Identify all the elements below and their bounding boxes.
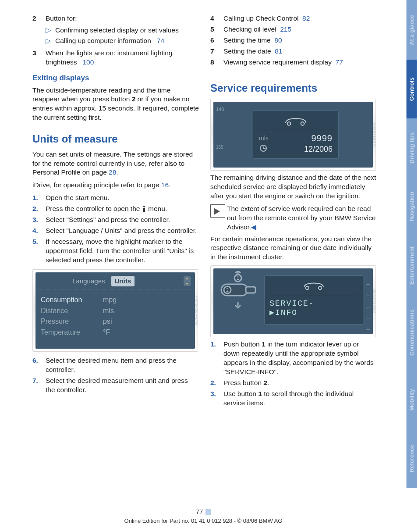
step-item: 1.Open the start menu. xyxy=(32,193,199,203)
step-item: 5.If necessary, move the highlight marke… xyxy=(32,237,199,265)
car-icon xyxy=(301,281,326,290)
item-text: When the lights are on: instrument light… xyxy=(46,49,173,66)
tab-mobility[interactable]: Mobility xyxy=(407,370,417,429)
image-code-label: M0A3410GM xyxy=(370,104,376,166)
heading-service-requirements: Service requirements xyxy=(210,81,377,95)
step-number: 6. xyxy=(32,356,41,375)
tab-driving-tips[interactable]: Driving tips xyxy=(407,118,417,177)
steps-list: 1.Open the start menu. 2.Press the contr… xyxy=(32,193,199,264)
clock-icon xyxy=(260,145,267,152)
text: . xyxy=(169,181,170,189)
tab-entertainment[interactable]: Entertainment xyxy=(407,236,417,295)
page-ref-link[interactable]: 28 xyxy=(109,168,116,176)
page-footer: 77 Online Edition for Part no. 01 41 0 0… xyxy=(0,507,407,525)
step-text: Push button 1 in the turn indicator leve… xyxy=(223,340,377,377)
svg-point-8 xyxy=(306,286,309,289)
svg-text:1: 1 xyxy=(237,276,239,281)
step-item: 3.Select "Settings" and press the contro… xyxy=(32,215,199,225)
service-box: mls 9999 12/2006 xyxy=(253,111,339,159)
note-block: The extent of service work required can … xyxy=(210,204,377,232)
date-value: 12/2006 xyxy=(304,144,333,154)
page-ref-link[interactable]: 74 xyxy=(157,37,164,44)
page-number: 77 xyxy=(196,507,203,516)
text: iDrive, for operating principle refer to… xyxy=(32,181,161,189)
service-display-screenshot: 140 160 mls 9999 12/2006 xyxy=(210,99,376,171)
bold-ref: 2 xyxy=(132,95,136,103)
item-body: Button for: ▷ Confirming selected displa… xyxy=(46,14,179,47)
item-body: Setting the date 81 xyxy=(223,47,282,56)
page: At a glance Controls Driving tips Naviga… xyxy=(0,0,418,532)
info-icon xyxy=(142,206,146,212)
svg-point-1 xyxy=(301,122,305,125)
step-number: 5. xyxy=(32,237,41,265)
t: Push button xyxy=(223,340,262,348)
item-body: Viewing service requirement display 77 xyxy=(223,58,343,67)
divider xyxy=(269,295,359,295)
step-number: 4. xyxy=(32,226,41,236)
step-item: 6.Select the desired menu item and press… xyxy=(32,356,199,375)
service-info-text: SERVICE- ▶INFO xyxy=(269,299,314,317)
page-ref-link[interactable]: 100 xyxy=(82,58,94,66)
page-ref-link[interactable]: 81 xyxy=(275,47,282,55)
gauge-scale xyxy=(366,273,370,330)
step-number: 3. xyxy=(210,389,219,408)
units-row: Temperature °F xyxy=(41,328,190,337)
item-label: Button for: xyxy=(46,14,77,22)
paragraph: The remaining driving distance and the d… xyxy=(210,173,377,201)
bullet-label: Calling up computer information xyxy=(55,37,151,44)
step-number: 2. xyxy=(210,378,219,388)
item-text: Setting the date xyxy=(223,47,271,55)
page-ref-link[interactable]: 82 xyxy=(302,14,310,22)
note-text: The extent of service work required can … xyxy=(227,205,375,231)
row-key: Pressure xyxy=(41,317,97,326)
list-item: 2 Button for: ▷ Confirming selected disp… xyxy=(32,14,199,47)
page-ref-link[interactable]: 77 xyxy=(336,58,343,66)
steps-list-service: 1. Push button 1 in the turn indicator l… xyxy=(210,340,377,407)
list-controls-right: 4Calling up Check Control 82 5Checking o… xyxy=(210,14,377,67)
bold-ref: 2 xyxy=(263,379,267,386)
row-key: Temperature xyxy=(41,328,97,337)
step-item: 3. Use button 1 to scroll through the in… xyxy=(210,389,377,408)
unit-label: mls xyxy=(259,134,269,143)
step-text: Press the controller to open the menu. xyxy=(46,204,167,214)
heading-exiting-displays: Exiting displays xyxy=(32,73,199,83)
tab-controls[interactable]: Controls xyxy=(407,60,417,118)
list-item: 7Setting the date 81 xyxy=(210,47,377,56)
t: Press button xyxy=(223,379,263,386)
step-text: If necessary, move the highlight marker … xyxy=(46,237,199,265)
tab-languages: Languages xyxy=(69,276,108,286)
service-info-box: SERVICE- ▶INFO xyxy=(264,275,363,325)
page-number-row: 77 xyxy=(0,507,407,516)
bold-ref: 1 xyxy=(258,390,262,397)
step-item: 2.Press the controller to open the menu. xyxy=(32,204,199,214)
item-number: 2 xyxy=(32,14,41,47)
item-body: Calling up Check Control 82 xyxy=(223,14,310,23)
bullet-text: Calling up computer information 74 xyxy=(55,36,164,46)
step-number: 7. xyxy=(32,376,41,395)
section-tabs: At a glance Controls Driving tips Naviga… xyxy=(407,0,418,532)
bullet-text: Confirming selected display or set value… xyxy=(55,26,179,35)
item-body: Setting the time 80 xyxy=(223,36,282,45)
list-controls-left: 2 Button for: ▷ Confirming selected disp… xyxy=(32,14,199,67)
page-ref-link[interactable]: 215 xyxy=(280,25,291,33)
tab-reference[interactable]: Reference xyxy=(407,429,417,488)
units-row: Pressure psi xyxy=(41,317,190,326)
item-number: 3 xyxy=(32,49,41,67)
svg-text:2: 2 xyxy=(226,288,229,293)
tab-communications[interactable]: Communications xyxy=(407,295,417,370)
row-value: °F xyxy=(103,328,110,337)
units-row: Consumption mpg xyxy=(41,295,190,305)
divider xyxy=(257,130,334,130)
list-item: 5Checking oil level 215 xyxy=(210,25,377,34)
page-ref-link[interactable]: 80 xyxy=(274,36,282,44)
item-number: 7 xyxy=(210,47,219,56)
step-text: Use button 1 to scroll through the indiv… xyxy=(223,389,377,408)
distance-value: 9999 xyxy=(312,132,333,144)
page-ref-link[interactable]: 16 xyxy=(161,181,169,189)
tab-navigation[interactable]: Navigation xyxy=(407,177,417,236)
item-body: When the lights are on: instrument light… xyxy=(46,49,199,67)
units-tabs: Languages Units xyxy=(35,272,195,289)
step-number: 1. xyxy=(32,193,41,203)
svg-point-9 xyxy=(319,286,322,289)
tab-at-a-glance[interactable]: At a glance xyxy=(407,0,417,60)
